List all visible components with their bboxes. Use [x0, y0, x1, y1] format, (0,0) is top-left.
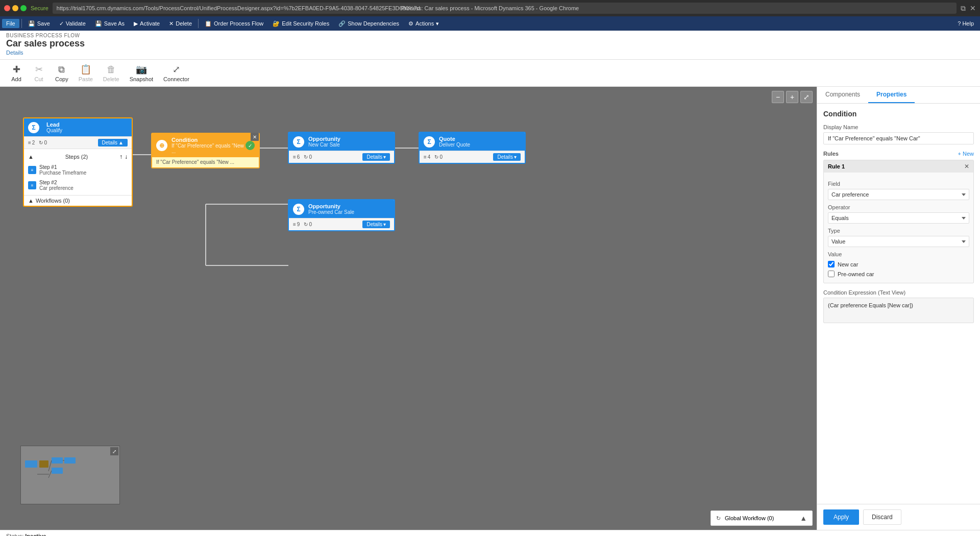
mini-map[interactable]: ⤢ — [20, 446, 120, 504]
discard-button[interactable]: Discard — [863, 509, 901, 525]
close-window-button[interactable] — [4, 5, 10, 11]
delete-button[interactable]: ✕ Delete — [165, 19, 196, 29]
opp-new-details-label: Details — [366, 154, 382, 160]
apply-button[interactable]: Apply — [823, 509, 859, 525]
panel-content: Condition Display Name Rules + New Rule … — [817, 104, 980, 504]
rule-close-button[interactable]: ✕ — [964, 163, 969, 170]
activate-button[interactable]: ▶ Activate — [130, 19, 164, 29]
lead-qualify-header: Σ Lead Qualify — [24, 118, 132, 136]
main-container: − + ⤢ Σ Lead — [0, 87, 980, 530]
actions-label: Actions — [415, 20, 434, 27]
rule1-label: Rule 1 — [828, 163, 845, 169]
condition-node[interactable]: ⊕ Condition If "Car Preference" equals "… — [151, 133, 260, 168]
order-process-button[interactable]: 📋 Order Process Flow — [201, 19, 267, 29]
panel-tabs: Components Properties — [817, 87, 980, 104]
opp-new-steps-icon: ≡ — [293, 154, 296, 160]
steps-controls[interactable]: ↑ ↓ — [119, 153, 128, 160]
new-car-checkbox[interactable] — [828, 261, 835, 267]
opp-preowned-workflows-stat: ↻ 0 — [304, 222, 312, 227]
snapshot-label: Snapshot — [130, 76, 153, 82]
opp-preowned-footer: ≡ 9 ↻ 0 Details ▾ — [289, 218, 394, 230]
quote-steps-stat: ≡ 4 — [424, 154, 430, 160]
zoom-out-button[interactable]: − — [772, 91, 784, 103]
add-label: Add — [11, 76, 21, 82]
move-up-button[interactable]: ↑ — [119, 153, 122, 160]
snapshot-button[interactable]: 📷 Snapshot — [126, 62, 157, 84]
quote-details-button[interactable]: Details ▾ — [493, 153, 521, 161]
move-down-button[interactable]: ↓ — [125, 153, 128, 160]
operator-select[interactable]: Equals — [828, 212, 969, 224]
type-select[interactable]: Value — [828, 236, 969, 247]
save-as-button[interactable]: 💾 Save As — [91, 19, 129, 29]
edit-security-button[interactable]: 🔐 Edit Security Roles — [268, 19, 333, 29]
opp-new-details-button[interactable]: Details ▾ — [362, 153, 390, 161]
connector-button[interactable]: ⤢ Connector — [159, 62, 193, 84]
steps-icon: ≡ — [28, 140, 31, 145]
preowned-car-checkbox[interactable] — [828, 271, 835, 277]
help-button[interactable]: ? Help — [953, 19, 978, 28]
actions-button[interactable]: ⚙ Actions ▾ — [404, 19, 443, 29]
minimize-window-button[interactable] — [12, 5, 18, 11]
opp-preowned-details-button[interactable]: Details ▾ — [362, 221, 390, 228]
page-header: BUSINESS PROCESS FLOW Car sales process … — [0, 31, 980, 60]
opportunity-preowned-node[interactable]: Σ Opportunity Pre-owned Car Sale ≡ 9 ↻ 0… — [288, 199, 395, 231]
separator-1 — [21, 19, 22, 28]
page-title: Car sales process — [6, 38, 974, 49]
components-tab[interactable]: Components — [817, 87, 868, 103]
quote-workflows-count: 0 — [439, 154, 443, 160]
condition-body: If "Car Preference" equals "New ... — [152, 157, 259, 167]
canvas-toolbar: ✚ Add ✂ Cut ⧉ Copy 📋 Paste 🗑 Delete 📷 Sn… — [0, 60, 980, 87]
canvas-area[interactable]: − + ⤢ Σ Lead — [0, 87, 817, 530]
lead-details-button[interactable]: Details ▲ — [98, 139, 128, 147]
quote-steps-count: 4 — [428, 154, 431, 160]
quote-node[interactable]: Σ Quote Deliver Quote ≡ 4 ↻ 0 Details — [419, 132, 526, 164]
edit-security-label: Edit Security Roles — [282, 20, 329, 27]
menu-bar: File 💾 Save ✓ Validate 💾 Save As ▶ Activ… — [0, 16, 980, 31]
global-workflow-collapse-button[interactable]: ▲ — [800, 514, 807, 522]
new-rule-link[interactable]: + New — [958, 151, 974, 157]
global-workflow-bar[interactable]: ↻ Global Workflow (0) ▲ — [710, 510, 813, 526]
connector-icon: ⤢ — [173, 64, 180, 75]
activate-icon: ▶ — [134, 20, 138, 27]
show-dependencies-label: Show Dependencies — [348, 20, 399, 27]
fit-page-button[interactable]: ⤢ — [800, 91, 813, 103]
value-checkbox-group: New car Pre-owned car — [828, 259, 969, 279]
condition-icon-sym: ⊕ — [159, 142, 164, 149]
opp-new-icon: Σ — [293, 136, 304, 148]
zoom-in-button[interactable]: + — [786, 91, 798, 103]
lead-node-footer: ≡ 2 ↻ 0 Details ▲ — [24, 136, 132, 149]
new-car-label: New car — [838, 261, 858, 267]
opp-new-title: Opportunity — [308, 136, 340, 142]
opp-new-subtitle: New Car Sale — [308, 142, 340, 148]
condition-node-icon: ⊕ — [156, 140, 167, 151]
details-link[interactable]: Details — [6, 50, 23, 56]
copy-button[interactable]: ⧉ Copy — [51, 62, 72, 84]
properties-tab[interactable]: Properties — [868, 87, 915, 103]
condition-close-button[interactable]: ✕ — [251, 133, 259, 141]
opportunity-new-node[interactable]: Σ Opportunity New Car Sale ≡ 6 ↻ 0 Detai… — [288, 132, 395, 164]
triangle-icon-2: ▲ — [28, 198, 34, 204]
maximize-window-button[interactable] — [20, 5, 27, 11]
delete-tool-button[interactable]: 🗑 Delete — [99, 62, 124, 84]
paste-button[interactable]: 📋 Paste — [75, 62, 97, 84]
add-button[interactable]: ✚ Add — [6, 62, 27, 84]
display-name-input[interactable] — [823, 132, 974, 144]
cut-button[interactable]: ✂ Cut — [29, 62, 49, 84]
lead-steps-count: 2 — [32, 140, 35, 145]
panel-section-title: Condition — [823, 110, 974, 118]
url-bar[interactable] — [53, 3, 957, 14]
show-dependencies-button[interactable]: 🔗 Show Dependencies — [334, 19, 403, 29]
snapshot-icon: 📷 — [136, 64, 147, 75]
window-controls[interactable] — [4, 5, 27, 11]
delete-icon: ✕ — [169, 20, 174, 27]
lead-workflows-stat: ↻ 0 — [39, 140, 47, 145]
validate-button[interactable]: ✓ Validate — [55, 19, 90, 29]
actions-icon: ⚙ — [408, 20, 413, 27]
save-button[interactable]: 💾 Save — [24, 19, 54, 29]
lead-qualify-node[interactable]: Σ Lead Qualify ≡ 2 ↻ 0 Details ▲ — [23, 117, 133, 207]
opp-new-workflows-stat: ↻ 0 — [304, 154, 312, 160]
file-button[interactable]: File — [2, 19, 19, 28]
validate-icon: ✓ — [59, 20, 64, 27]
window-resize-icon: ⧉ — [961, 4, 966, 13]
field-select[interactable]: Car preference — [828, 189, 969, 200]
